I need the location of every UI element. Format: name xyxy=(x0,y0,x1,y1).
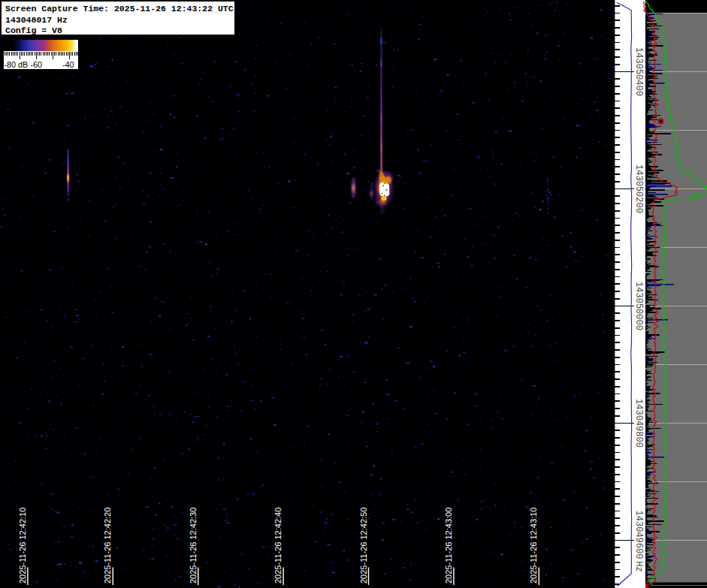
svg-text:2025-11-26 12:43:10: 2025-11-26 12:43:10 xyxy=(529,508,538,583)
svg-text:143050400: 143050400 xyxy=(633,47,644,96)
svg-text:Config = V8: Config = V8 xyxy=(5,26,62,35)
svg-text:-40: -40 xyxy=(62,60,74,69)
svg-text:Screen Capture Time: 2025-11-2: Screen Capture Time: 2025-11-26 12:43:22… xyxy=(5,4,234,14)
svg-text:143048017 Hz: 143048017 Hz xyxy=(5,15,68,25)
svg-text:2025-11-26 12:43:00: 2025-11-26 12:43:00 xyxy=(444,508,453,583)
svg-text:2025-11-26 12:42:50: 2025-11-26 12:42:50 xyxy=(359,508,368,583)
svg-text:2025-11-26 12:42:10: 2025-11-26 12:42:10 xyxy=(18,508,27,583)
svg-text:2025-11-26 12:42:30: 2025-11-26 12:42:30 xyxy=(189,508,198,583)
svg-text:143050000: 143050000 xyxy=(633,282,644,330)
svg-text:143049800: 143049800 xyxy=(633,399,644,448)
svg-text:143049600: 143049600 xyxy=(633,511,644,559)
svg-text:143050200: 143050200 xyxy=(633,164,644,213)
svg-text:-80 dB -60: -80 dB -60 xyxy=(5,60,42,69)
svg-text:Hz: Hz xyxy=(633,561,644,571)
svg-text:2025-11-26 12:42:40: 2025-11-26 12:42:40 xyxy=(273,508,282,583)
svg-text:2025-11-26 12:42:20: 2025-11-26 12:42:20 xyxy=(103,508,112,583)
